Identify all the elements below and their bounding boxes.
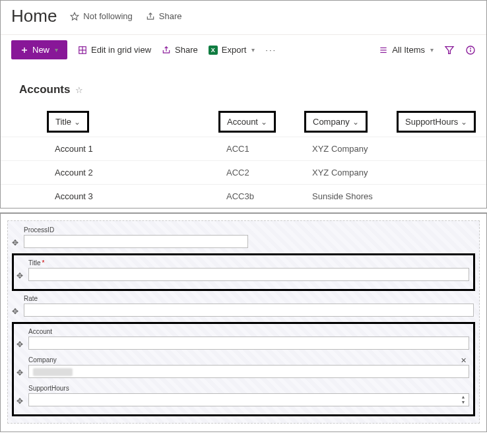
chevron-down-icon: ⌄ (74, 117, 81, 127)
cell-company: XYZ Company (304, 161, 397, 184)
move-handle-icon[interactable]: ✥ (16, 397, 23, 406)
chevron-down-icon: ▾ (251, 46, 255, 53)
column-header-title[interactable]: Title ⌄ (47, 111, 89, 133)
chevron-down-icon: ▾ (430, 46, 434, 53)
share-label: Share (175, 45, 198, 55)
field-label-rate: Rate (24, 295, 474, 302)
redacted-value (33, 368, 73, 376)
cell-support (397, 166, 486, 179)
plus-icon (20, 46, 28, 54)
field-label-support: SupportHours (28, 385, 469, 392)
svg-point-12 (471, 48, 471, 49)
move-handle-icon[interactable]: ✥ (16, 368, 23, 377)
field-label-title: Title* (28, 259, 469, 267)
cell-support (397, 190, 486, 203)
table-row[interactable]: Account 1 ACC1 XYZ Company (1, 137, 486, 160)
field-label-company: Company (28, 356, 469, 364)
edit-grid-label: Edit in grid view (91, 45, 151, 55)
table-row[interactable]: Account 2 ACC2 XYZ Company (1, 160, 486, 184)
export-label: Export (222, 45, 247, 55)
svg-marker-9 (445, 46, 453, 53)
company-input[interactable] (28, 365, 469, 378)
share-icon (162, 46, 171, 55)
cell-company: XYZ Company (304, 137, 397, 160)
chevron-down-icon: ▾ (55, 46, 58, 53)
column-header-company[interactable]: Company ⌄ (304, 111, 368, 133)
column-header-support[interactable]: SupportHours ⌄ (397, 111, 476, 133)
filter-icon[interactable] (444, 45, 455, 55)
move-handle-icon[interactable]: ✥ (16, 271, 23, 280)
clear-icon[interactable]: ✕ (461, 356, 467, 365)
spin-down-icon[interactable]: ▼ (459, 400, 468, 405)
cell-title: Account 1 (47, 137, 218, 160)
view-switcher[interactable]: All Items ▾ (379, 45, 434, 55)
share-icon (146, 12, 155, 21)
view-label: All Items (392, 45, 425, 55)
not-following-label: Not following (83, 11, 132, 21)
title-input[interactable] (28, 268, 469, 281)
share-header-label: Share (159, 11, 182, 21)
move-handle-icon[interactable]: ✥ (16, 340, 23, 349)
chevron-down-icon: ⌄ (352, 117, 359, 127)
share-toolbar-button[interactable]: Share (162, 45, 198, 55)
new-label: New (32, 45, 49, 55)
favorite-star-icon[interactable]: ☆ (75, 85, 83, 95)
cell-title: Account 2 (47, 161, 218, 184)
cell-company: Sunside Shores (304, 185, 397, 208)
info-icon[interactable] (465, 45, 476, 55)
share-header-link[interactable]: Share (146, 11, 182, 21)
move-handle-icon[interactable]: ✥ (12, 238, 18, 247)
new-button[interactable]: New ▾ (11, 40, 67, 59)
spin-up-icon[interactable]: ▲ (459, 395, 468, 400)
move-handle-icon[interactable]: ✥ (12, 307, 18, 316)
star-outline-icon (70, 12, 79, 21)
field-label-account: Account (28, 328, 469, 335)
grid-icon (78, 46, 87, 55)
export-button[interactable]: X Export ▾ (209, 45, 255, 55)
more-button[interactable]: ··· (265, 45, 276, 55)
table-row[interactable]: Account 3 ACC3b Sunside Shores (1, 184, 486, 208)
account-input[interactable] (28, 336, 469, 350)
number-spinner[interactable]: ▲▼ (459, 393, 468, 406)
cell-account: ACC3b (218, 185, 304, 208)
col-title-label: Title (55, 117, 71, 127)
col-account-label: Account (227, 117, 258, 127)
cell-support (397, 143, 486, 156)
list-title: Accounts (19, 83, 70, 96)
field-label-processid: ProcessID (24, 226, 474, 234)
excel-icon: X (209, 46, 218, 55)
chevron-down-icon: ⌄ (261, 117, 267, 127)
cell-title: Account 3 (47, 185, 218, 208)
not-following-link[interactable]: Not following (70, 11, 132, 21)
supporthours-input[interactable] (28, 393, 469, 406)
processid-input[interactable] (24, 235, 248, 248)
col-support-label: SupportHours (405, 117, 458, 127)
cell-account: ACC1 (218, 137, 304, 160)
chevron-down-icon: ⌄ (461, 117, 467, 127)
hamburger-icon (379, 46, 388, 55)
rate-input[interactable] (24, 304, 474, 317)
page-title: Home (11, 6, 57, 26)
column-header-account[interactable]: Account ⌄ (218, 111, 276, 133)
col-company-label: Company (313, 117, 350, 127)
svg-marker-0 (71, 13, 79, 20)
edit-grid-button[interactable]: Edit in grid view (78, 45, 151, 55)
cell-account: ACC2 (218, 161, 304, 184)
